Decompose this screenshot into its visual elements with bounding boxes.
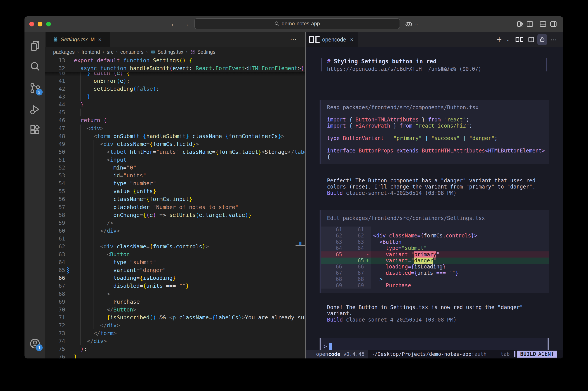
sidebar-item-search[interactable] [24,58,45,75]
minimize-window-button[interactable] [38,22,42,26]
code-line: 72 </div> [45,321,305,329]
header-right-bar [546,58,547,71]
breadcrumb-item[interactable]: Settings.tsx [150,49,183,55]
opencode-panel: # Styling Settings button in red https:/… [306,47,563,358]
breadcrumb-item[interactable]: containers [120,49,144,55]
toggle-panel-icon[interactable] [539,20,547,28]
tab-settings-tsx[interactable]: Settings.tsx M × [46,32,110,47]
code-line: 52 min="0" [45,164,305,172]
search-label: demo-notes-app [282,20,320,27]
breadcrumb-item[interactable]: src [107,49,114,55]
code-editor[interactable]: 40 } catch (e) { 41 onError(e);42 setIsL… [45,57,305,358]
diff-view: 6161 6262<div className={formCs.controls… [321,226,549,289]
title-bar: ← → demo-notes-app ⌄ [24,16,563,32]
code-line: import { HiArrowPath } from "react-icons… [327,123,549,129]
code-line: 49 <div className={formCs.field}> [45,140,305,148]
sidebar-item-run-debug[interactable] [24,101,45,118]
code-line: 50 <label htmlFor="units" className={for… [45,148,305,156]
code-line: { [327,154,549,160]
panel-tab-label: opencode [322,36,346,43]
message-line: variant. [327,310,523,316]
session-share-line[interactable]: https://opencode.ai/s/eBdFXTiH /unshare [327,66,453,72]
split-editor-icon[interactable] [526,20,534,28]
session-title: # Styling Settings button in red [327,58,437,65]
sidebar-item-source-control[interactable]: 2 [24,79,45,97]
breadcrumb-separator: › [77,49,79,55]
chevron-down-icon[interactable]: ⌄ [506,32,509,47]
accounts-badge: 1 [36,344,43,351]
message-line: colors (rose). I'll change the variant f… [327,184,536,190]
opencode-status-bar: opencode v0.4.45 ~/Desktop/Projects/demo… [306,350,563,358]
screen: ← → demo-notes-app ⌄ [0,0,588,391]
code-line [327,129,549,135]
agent-badge[interactable]: BUILDAGENT [517,351,557,358]
code-line: 42 setIsLoading(false); [45,85,305,93]
opencode-view-icon[interactable] [514,32,525,47]
sidebar-item-explorer[interactable] [24,37,45,55]
editor-panel-sash[interactable] [305,32,306,358]
copilot-icon[interactable] [405,20,412,28]
close-panel-icon[interactable]: × [350,36,353,43]
breadcrumb-item[interactable]: frontend [82,49,100,55]
code-line: 54 type="number" [45,180,305,188]
back-arrow-icon[interactable]: ← [170,20,177,28]
code-line: 13export default function Settings() { [45,57,305,64]
breadcrumb-item[interactable]: Settings [190,49,215,55]
command-center-search[interactable]: demo-notes-app [194,18,400,29]
diff-row: 6262<div className={formCs.controls}> [321,233,549,239]
settings-button[interactable]: ⚙ [24,356,45,358]
source-control-badge: 2 [36,89,43,96]
assistant-message: Done! The Button in Settings.tsx is now … [327,304,523,323]
panel-more-icon[interactable]: ⋯ [550,32,558,47]
react-icon [150,49,156,55]
tab-label: Settings.tsx [61,36,88,43]
diff-row: 6161 [321,226,549,233]
editor-scrollbar[interactable] [296,245,305,246]
zoom-window-button[interactable] [46,22,51,26]
prompt-symbol: > [324,343,327,350]
react-file-icon [52,36,59,43]
chevron-down-icon[interactable]: ⌄ [415,22,418,26]
tab-opencode[interactable]: opencode × [306,32,358,47]
breadcrumb-separator: › [146,49,148,55]
split-panel-icon[interactable] [528,32,535,47]
breadcrumb[interactable]: packages›frontend›src›containers›Setting… [45,47,305,57]
edit-tool-block: Edit packages/frontend/src/containers/Se… [320,210,549,293]
breadcrumb-item[interactable]: packages [53,49,75,55]
panel-tab-strip: opencode × + ⌄ ⋯ [306,32,563,47]
close-window-button[interactable] [29,22,34,26]
code-line: 63 <Button [45,251,305,258]
diff-row: 6464 type="submit" [321,245,549,251]
editor-actions-more-icon[interactable]: ⋯ [290,36,297,43]
code-line: 68 > [45,290,305,298]
assistant-message: Perfect! The Button component has a "dan… [327,178,536,196]
diff-row: 6666 loading={isLoading} [321,264,549,270]
forward-arrow-icon[interactable]: → [182,20,189,28]
code-line: 62 <div className={formCs.controls}> [45,243,305,251]
code-line: 48 <form onSubmit={handleSubmit} classNa… [45,132,305,140]
customize-layout-icon[interactable] [516,20,524,28]
code-line: interface ButtonProps extends ButtonHTML… [327,148,549,154]
search-icon [274,21,280,26]
accounts-button[interactable]: 1 [24,335,45,352]
code-line: 74 </div> [45,337,305,345]
token-usage: 14K/7% ($0.07) [437,66,481,72]
message-line: Perfect! The Button component has a "dan… [327,178,536,184]
diff-row: 65+ variant="danger" [321,258,549,264]
message-meta: Build claude-sonnet-4-20250514 (03:08 PM… [327,317,523,323]
message-line: Done! The Button in Settings.tsx is now … [327,304,523,310]
code-line: 69 Purchase [45,298,305,306]
opencode-logo-icon [309,36,320,43]
debug-icon [29,103,41,115]
close-tab-icon[interactable]: × [98,36,102,43]
sidebar-item-extensions[interactable] [24,121,45,139]
modified-indicator: M [91,37,95,43]
tab-hint: tab [501,351,510,357]
code-line: 65 variant="danger" [45,266,305,274]
toggle-secondary-sidebar-icon[interactable] [550,20,557,28]
new-session-button[interactable]: + [497,32,502,47]
modified-gutter-marker [67,267,69,274]
lock-button[interactable] [537,34,547,45]
code-line: 41 onError(e); [45,77,305,85]
code-line: import { ButtonHTMLAttributes } from "re… [327,117,549,123]
